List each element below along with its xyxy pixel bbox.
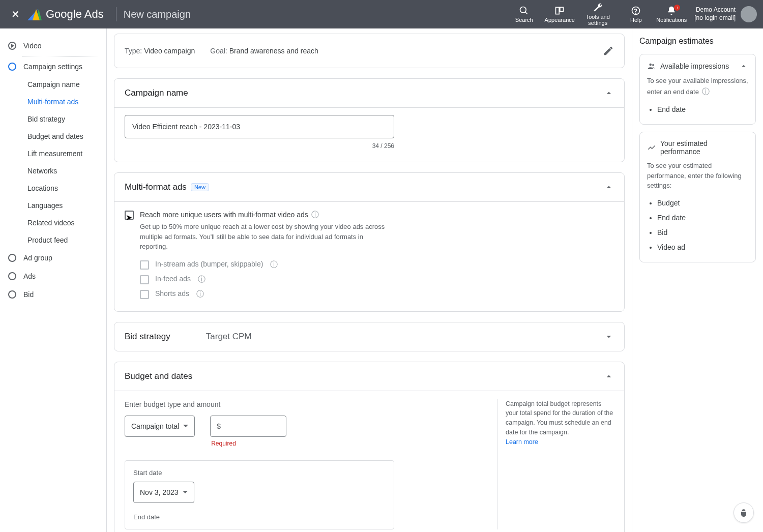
- impressions-header[interactable]: Available impressions: [647, 62, 748, 71]
- performance-header[interactable]: Your estimated performance: [647, 139, 748, 156]
- tools-settings[interactable]: Tools and settings: [577, 3, 618, 26]
- char-counter: 34 / 256: [125, 142, 394, 150]
- google-ads-icon: [30, 8, 42, 20]
- svg-point-6: [650, 64, 652, 66]
- sidebar-ads[interactable]: Ads: [0, 267, 106, 285]
- help-icon[interactable]: ⓘ: [196, 289, 204, 299]
- close-icon[interactable]: ✕: [6, 8, 24, 20]
- list-item: Budget: [657, 196, 748, 211]
- end-date-label: End date: [133, 513, 386, 521]
- sidebar-languages[interactable]: Languages: [0, 197, 106, 214]
- notification-badge: !: [674, 5, 680, 11]
- sidebar: Video Campaign settings Campaign name Mu…: [0, 28, 107, 532]
- campaign-name-header[interactable]: Campaign name: [114, 79, 624, 107]
- appearance-tool[interactable]: Appearance: [542, 6, 577, 23]
- sidebar-ad-group[interactable]: Ad group: [0, 249, 106, 267]
- infeed-checkbox[interactable]: [140, 275, 149, 284]
- multi-format-desc: Get up to 50% more unique reach at a low…: [140, 222, 389, 252]
- estimates-panel: Campaign estimates Available impressions…: [632, 28, 763, 532]
- help-icon[interactable]: ⓘ: [198, 275, 206, 284]
- budget-type-select[interactable]: Campaign total: [125, 416, 195, 437]
- search-tool[interactable]: Search: [506, 6, 542, 23]
- campaign-type: Type: Video campaign: [125, 47, 195, 55]
- multi-format-checkbox[interactable]: [125, 211, 134, 220]
- performance-card: Your estimated performance To see your e…: [639, 132, 756, 262]
- start-date-select[interactable]: Nov 3, 2023: [133, 482, 194, 503]
- chevron-up-icon: [739, 62, 748, 71]
- logo-text: Google Ads: [46, 8, 104, 21]
- list-item: End date: [657, 102, 748, 117]
- svg-rect-2: [556, 7, 560, 14]
- edit-icon[interactable]: [603, 45, 614, 56]
- list-item: End date: [657, 211, 748, 225]
- shorts-checkbox[interactable]: [140, 290, 149, 299]
- sidebar-bid[interactable]: Bid: [0, 285, 106, 304]
- account-email: [no login email]: [694, 14, 736, 22]
- chevron-up-icon: [604, 371, 614, 381]
- main-content: Type: Video campaign Goal: Brand awarene…: [107, 28, 632, 532]
- list-item: Video ad: [657, 240, 748, 255]
- sidebar-bid-strategy[interactable]: Bid strategy: [0, 110, 106, 128]
- budget-label: Enter budget type and amount: [125, 400, 482, 408]
- campaign-name-card: Campaign name 34 / 256: [114, 78, 625, 162]
- help-icon[interactable]: ⓘ: [702, 86, 710, 98]
- help-icon: [631, 6, 641, 16]
- bid-strategy-header[interactable]: Bid strategy Target CPM: [114, 322, 624, 351]
- sidebar-networks[interactable]: Networks: [0, 162, 106, 180]
- svg-point-0: [520, 7, 526, 13]
- people-icon: [647, 62, 656, 71]
- radio-icon: [8, 272, 16, 280]
- budget-header[interactable]: Budget and dates: [114, 362, 624, 391]
- notifications-tool[interactable]: ! Notifications: [654, 6, 689, 23]
- page-title: New campaign: [124, 9, 191, 20]
- multi-format-label: Reach more unique users with multi-forma…: [140, 211, 308, 219]
- avatar[interactable]: [741, 6, 757, 22]
- search-icon: [519, 6, 529, 16]
- instream-checkbox[interactable]: [140, 260, 149, 270]
- chevron-up-icon: [604, 88, 614, 98]
- logo[interactable]: Google Ads: [30, 8, 104, 21]
- campaign-name-input[interactable]: [125, 115, 394, 138]
- bid-strategy-value: Target CPM: [206, 332, 252, 342]
- sidebar-multi-format[interactable]: Multi-format ads: [0, 93, 106, 110]
- sidebar-video[interactable]: Video: [0, 37, 106, 55]
- appearance-icon: [554, 6, 565, 16]
- wrench-icon: [593, 3, 603, 13]
- chart-icon: [647, 143, 656, 152]
- sidebar-budget-dates[interactable]: Budget and dates: [0, 128, 106, 145]
- account-switcher[interactable]: Demo Account [no login email]: [694, 6, 757, 22]
- sidebar-campaign-name[interactable]: Campaign name: [0, 76, 106, 93]
- new-badge: New: [191, 183, 209, 191]
- feedback-button[interactable]: [733, 503, 754, 523]
- play-icon: [8, 42, 16, 50]
- required-error: Required: [211, 440, 286, 447]
- dropdown-icon: [183, 425, 188, 427]
- dates-box: Start date Nov 3, 2023 End date: [125, 460, 394, 529]
- dropdown-icon: [183, 491, 188, 493]
- impressions-card: Available impressions To see your availa…: [639, 54, 756, 125]
- list-item: Bid: [657, 225, 748, 240]
- svg-rect-3: [560, 7, 564, 11]
- campaign-goal: Goal: Brand awareness and reach: [210, 47, 318, 55]
- learn-more-link[interactable]: Learn more: [506, 438, 538, 446]
- bid-strategy-card: Bid strategy Target CPM: [114, 322, 625, 351]
- sidebar-campaign-settings[interactable]: Campaign settings: [0, 57, 106, 76]
- svg-point-5: [636, 13, 636, 14]
- svg-line-1: [525, 12, 527, 14]
- svg-point-7: [652, 64, 654, 66]
- multi-format-header[interactable]: Multi-format adsNew: [114, 173, 624, 201]
- budget-amount-input[interactable]: $: [210, 416, 286, 437]
- app-header: ✕ Google Ads New campaign Search Appeara…: [0, 0, 763, 28]
- chevron-up-icon: [604, 182, 614, 192]
- sidebar-related-videos[interactable]: Related videos: [0, 214, 106, 231]
- sidebar-locations[interactable]: Locations: [0, 180, 106, 197]
- account-name: Demo Account: [694, 6, 736, 14]
- sidebar-lift[interactable]: Lift measurement: [0, 145, 106, 162]
- estimates-title: Campaign estimates: [639, 37, 756, 46]
- help-icon[interactable]: ⓘ: [270, 260, 278, 270]
- help-icon[interactable]: ⓘ: [311, 210, 319, 220]
- radio-icon: [8, 254, 16, 262]
- help-tool[interactable]: Help: [618, 6, 654, 23]
- budget-help: Campaign total budget represents your to…: [497, 399, 614, 529]
- sidebar-product-feed[interactable]: Product feed: [0, 231, 106, 249]
